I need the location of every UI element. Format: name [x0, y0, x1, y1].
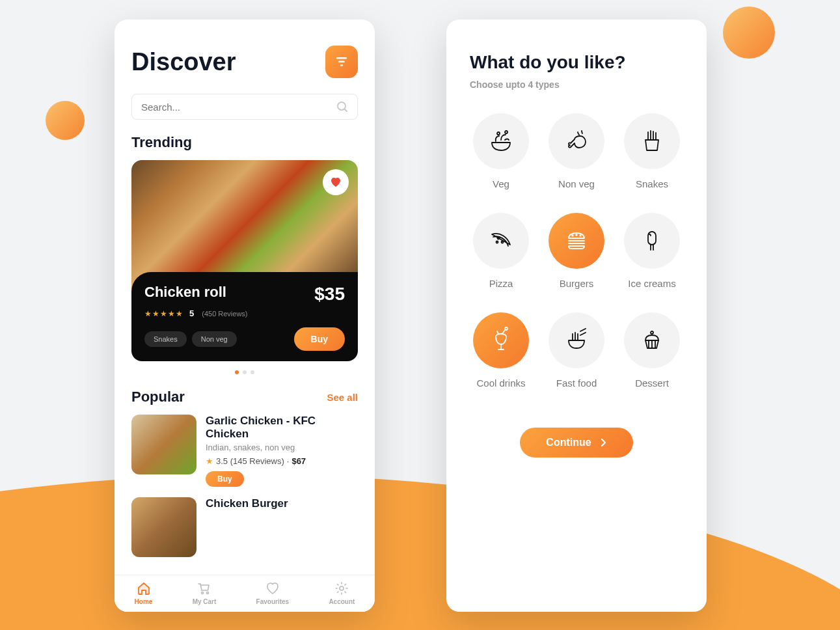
- page-title: What do you like?: [470, 52, 683, 73]
- list-item-subtitle: Indian, snakes, non veg: [206, 443, 358, 452]
- heart-icon: [330, 177, 342, 187]
- search-input[interactable]: [141, 102, 336, 113]
- svg-rect-2: [340, 64, 343, 66]
- type-icecreams[interactable]: Ice creams: [621, 213, 683, 289]
- svg-point-14: [576, 234, 577, 236]
- bottom-nav: Home My Cart Favourites Account: [115, 575, 375, 612]
- svg-point-18: [651, 331, 653, 334]
- type-label: Non veg: [558, 178, 595, 189]
- page-title: Discover: [131, 48, 236, 76]
- pizza-icon: [487, 226, 515, 255]
- type-burgers[interactable]: Burgers: [545, 213, 608, 289]
- list-item-title: Garlic Chicken - KFC Chicken: [206, 415, 358, 441]
- popular-title: Popular: [131, 389, 185, 405]
- nav-label: Home: [135, 598, 153, 605]
- gear-icon: [334, 581, 349, 596]
- buy-button[interactable]: Buy: [206, 471, 244, 487]
- tag: Non veg: [192, 331, 237, 347]
- dot[interactable]: [243, 370, 247, 374]
- continue-label: Continue: [546, 437, 591, 448]
- trending-card[interactable]: Chicken roll $35 ★★★★★ 5 (450 Reviews) S…: [131, 160, 358, 361]
- trending-title: Trending: [131, 134, 358, 151]
- svg-point-17: [505, 327, 508, 330]
- decoration-circle: [723, 7, 775, 59]
- type-label: Ice creams: [628, 278, 675, 289]
- continue-button[interactable]: Continue: [520, 428, 632, 458]
- type-label: Pizza: [489, 278, 513, 289]
- dot[interactable]: [235, 370, 239, 374]
- nav-cart[interactable]: My Cart: [193, 581, 217, 605]
- nav-label: Account: [329, 598, 355, 605]
- type-label: Cool drinks: [476, 377, 525, 389]
- salad-icon: [487, 127, 515, 156]
- tag: Snakes: [144, 331, 187, 347]
- type-label: Snakes: [636, 178, 668, 189]
- type-veg[interactable]: Veg: [470, 113, 532, 189]
- cocktail-icon: [487, 326, 515, 355]
- list-item[interactable]: Chicken Burger: [131, 497, 358, 557]
- svg-point-8: [497, 132, 500, 135]
- type-label: Fast food: [556, 377, 597, 389]
- search-input-wrap[interactable]: [131, 94, 358, 120]
- svg-point-6: [206, 592, 208, 594]
- search-icon: [336, 101, 348, 113]
- rating-value: 5: [189, 308, 194, 318]
- svg-point-15: [580, 235, 581, 236]
- review-count: (450 Reviews): [202, 310, 247, 318]
- heart-icon: [265, 581, 280, 596]
- nav-label: My Cart: [193, 598, 217, 605]
- type-nonveg[interactable]: Non veg: [545, 113, 608, 189]
- type-pizza[interactable]: Pizza: [470, 213, 532, 289]
- chicken-leg-icon: [562, 127, 591, 156]
- card-price: $35: [314, 284, 345, 305]
- list-item[interactable]: Garlic Chicken - KFC Chicken Indian, sna…: [131, 415, 358, 487]
- list-item-price: $67: [291, 456, 306, 466]
- svg-line-4: [345, 109, 347, 112]
- star-icon: ★: [206, 456, 213, 466]
- svg-point-13: [572, 235, 573, 236]
- svg-point-12: [496, 241, 498, 243]
- star-rating: ★★★★★: [144, 309, 183, 318]
- type-label: Veg: [493, 178, 509, 189]
- nav-home[interactable]: Home: [135, 581, 153, 605]
- cart-icon: [196, 581, 212, 596]
- favourite-button[interactable]: [323, 169, 349, 195]
- buy-button[interactable]: Buy: [294, 327, 345, 351]
- svg-point-7: [340, 586, 344, 590]
- nav-favourites[interactable]: Favourites: [256, 581, 290, 605]
- type-label: Burgers: [560, 278, 594, 289]
- svg-rect-0: [336, 57, 347, 59]
- cupcake-icon: [638, 326, 666, 355]
- list-item-image: [131, 415, 196, 474]
- svg-point-9: [505, 131, 508, 133]
- nav-account[interactable]: Account: [329, 581, 355, 605]
- noodles-icon: [562, 326, 591, 355]
- see-all-link[interactable]: See all: [327, 392, 358, 403]
- popsicle-icon: [638, 226, 666, 255]
- type-snakes[interactable]: Snakes: [621, 113, 683, 189]
- filter-icon: [335, 57, 348, 67]
- home-icon: [136, 581, 152, 596]
- trending-card-image: [131, 160, 358, 290]
- carousel-dots[interactable]: [131, 370, 358, 374]
- chevron-right-icon: [601, 438, 607, 447]
- svg-rect-1: [338, 61, 345, 63]
- type-label: Dessert: [635, 377, 669, 389]
- svg-rect-16: [648, 232, 656, 245]
- page-subtitle: Choose upto 4 types: [470, 79, 683, 90]
- filter-button[interactable]: [325, 46, 358, 78]
- dot[interactable]: [251, 370, 254, 374]
- list-item-rating: 3.5 (145 Reviews): [216, 456, 284, 466]
- type-dessert[interactable]: Dessert: [621, 312, 683, 389]
- discover-screen: Discover Trending: [115, 20, 375, 612]
- fries-icon: [638, 127, 666, 156]
- burger-icon: [562, 226, 591, 255]
- svg-point-11: [502, 241, 504, 243]
- list-item-title: Chicken Burger: [206, 497, 358, 510]
- card-name: Chicken roll: [144, 284, 226, 301]
- type-fastfood[interactable]: Fast food: [545, 312, 608, 389]
- svg-point-5: [201, 592, 203, 594]
- type-cooldrinks[interactable]: Cool drinks: [470, 312, 532, 389]
- preferences-screen: What do you like? Choose upto 4 types Ve…: [446, 20, 707, 612]
- list-item-image: [131, 497, 196, 557]
